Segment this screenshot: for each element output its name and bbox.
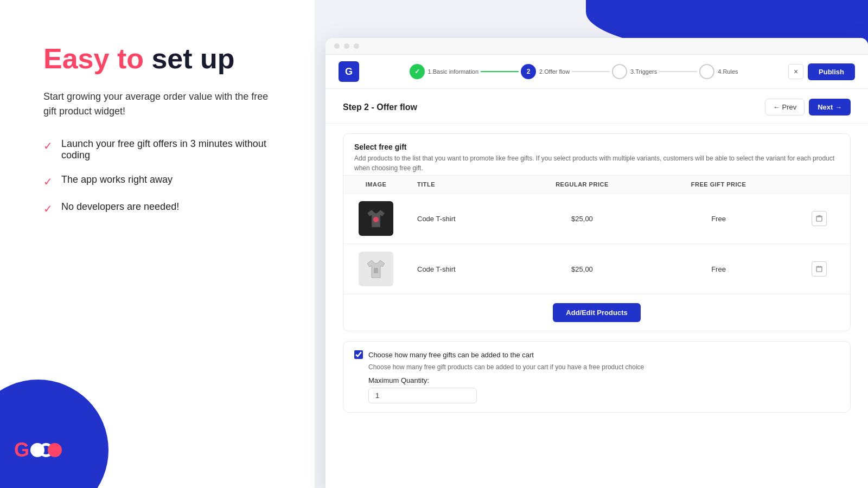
max-gifts-checkbox[interactable] [354, 350, 363, 359]
check-icon-2: ✓ [43, 175, 53, 188]
check-icon-1: ✓ [43, 139, 53, 152]
svg-rect-7 [816, 267, 822, 272]
section-title: Select free gift [354, 143, 839, 151]
qty-input[interactable] [368, 388, 477, 403]
step-3-circle [612, 64, 627, 79]
step-1-circle: ✓ [410, 64, 425, 79]
tshirt-svg-2 [363, 256, 389, 282]
table-row: Code T-shirt $25,00 Free [343, 194, 850, 244]
qty-label: Maximum Quantity: [354, 376, 839, 384]
feature-text-2: The app works right away [61, 174, 173, 185]
chrome-dot-2 [344, 43, 349, 49]
section-desc: Add products to the list that you want t… [354, 153, 839, 173]
add-products-label: Add/Edit Products [566, 309, 627, 317]
header-actions: × Publish [788, 63, 855, 80]
prev-label: ← Prev [773, 103, 796, 111]
tshirt-svg-1 [363, 206, 389, 232]
feature-item-2: ✓ The app works right away [43, 174, 282, 188]
step-line-3 [659, 71, 697, 72]
step-4[interactable]: 4.Rules [699, 64, 738, 79]
products-table: IMAGE TITLE REGULAR PRICE FREE GIFT PRIC… [343, 175, 850, 294]
app-content[interactable]: Step 2 - Offer flow ← Prev Next → Select… [326, 89, 868, 488]
product-gift-price-2: Free [649, 244, 788, 294]
svg-rect-1 [816, 217, 822, 221]
step-1-label: 1.Basic information [428, 68, 479, 75]
ring-3 [48, 443, 62, 457]
product-delete-cell-2 [788, 244, 850, 294]
feature-item-3: ✓ No developers are needed! [43, 201, 282, 215]
headline: Easy to set up [43, 43, 282, 74]
step-3-label: 3.Triggers [630, 68, 657, 75]
publish-label: Publish [819, 68, 844, 76]
col-action [788, 176, 850, 194]
feature-text-3: No developers are needed! [61, 201, 179, 213]
step-line-2 [572, 71, 610, 72]
left-panel: Easy to set up Start growing your averag… [0, 0, 315, 488]
col-gift-price: FREE GIFT PRICE [649, 176, 788, 194]
headline-setup: set up [151, 43, 234, 74]
logo-circle: G [0, 380, 108, 488]
delete-button-2[interactable] [812, 261, 827, 277]
col-image: IMAGE [343, 176, 409, 194]
chrome-dot-1 [334, 43, 340, 49]
step-4-label: 4.Rules [718, 68, 738, 75]
app-header: G ✓ 1.Basic information 2 2.Offer flow [326, 55, 868, 89]
brand-rings [30, 443, 62, 457]
prev-button[interactable]: ← Prev [765, 99, 805, 115]
checkbox-section: Choose how many free gifts can be added … [343, 341, 851, 413]
brand-g-letter: G [14, 439, 29, 461]
svg-point-0 [373, 217, 379, 222]
right-panel: G ✓ 1.Basic information 2 2.Offer flow [315, 0, 868, 488]
chrome-dot-3 [354, 43, 359, 49]
trash-icon-2 [815, 265, 823, 273]
headline-to: to [117, 43, 144, 74]
checkbox-desc: Choose how many free gift products can b… [354, 363, 839, 371]
publish-button[interactable]: Publish [808, 63, 855, 80]
step-2-label: 2.Offer flow [539, 68, 570, 75]
app-logo-letter: G [345, 66, 353, 78]
logo-brand: G [14, 439, 62, 461]
step-4-circle [699, 64, 714, 79]
feature-text-1: Launch your free gift offers in 3 minute… [61, 138, 282, 161]
select-free-gift-section: Select free gift Add products to the lis… [343, 133, 851, 331]
add-products-row: Add/Edit Products [343, 294, 850, 331]
headline-easy: Easy [43, 43, 109, 74]
step-2[interactable]: 2 2.Offer flow [521, 64, 570, 79]
close-button[interactable]: × [788, 64, 803, 79]
add-edit-products-button[interactable]: Add/Edit Products [553, 303, 640, 322]
step-header: Step 2 - Offer flow ← Prev Next → [326, 89, 868, 124]
checkbox-row: Choose how many free gifts can be added … [354, 350, 839, 359]
step-1[interactable]: ✓ 1.Basic information [410, 64, 479, 79]
app-logo: G [339, 61, 359, 82]
step-line-1 [481, 71, 519, 72]
col-title: TITLE [409, 176, 515, 194]
feature-item-1: ✓ Launch your free gift offers in 3 minu… [43, 138, 282, 161]
step-title: Step 2 - Offer flow [343, 102, 417, 112]
table-header-row: IMAGE TITLE REGULAR PRICE FREE GIFT PRIC… [343, 176, 850, 194]
check-icon-3: ✓ [43, 202, 53, 215]
feature-list: ✓ Launch your free gift offers in 3 minu… [43, 138, 282, 215]
table-row: Code T-shirt $25,00 Free [343, 244, 850, 294]
product-title-1: Code T-shirt [409, 194, 515, 244]
product-image-2 [359, 252, 393, 286]
product-title-2: Code T-shirt [409, 244, 515, 294]
next-button[interactable]: Next → [809, 99, 851, 115]
subtitle: Start growing your average order value w… [43, 89, 282, 119]
checkbox-label: Choose how many free gifts can be added … [368, 351, 534, 359]
product-image-cell-1 [343, 194, 409, 244]
product-image-cell-2 [343, 244, 409, 294]
product-delete-cell-1 [788, 194, 850, 244]
next-label: Next → [818, 103, 842, 111]
col-price: REGULAR PRICE [515, 176, 649, 194]
trash-icon-1 [815, 215, 823, 222]
nav-buttons: ← Prev Next → [765, 99, 851, 115]
step-3[interactable]: 3.Triggers [612, 64, 657, 79]
product-price-1: $25,00 [515, 194, 649, 244]
window-chrome [326, 38, 868, 55]
steps-bar: ✓ 1.Basic information 2 2.Offer flow 3.T… [372, 64, 775, 79]
delete-button-1[interactable] [812, 211, 827, 226]
section-header: Select free gift Add products to the lis… [343, 134, 850, 175]
step-2-circle: 2 [521, 64, 536, 79]
product-image-1 [359, 201, 393, 236]
svg-rect-6 [374, 268, 378, 273]
